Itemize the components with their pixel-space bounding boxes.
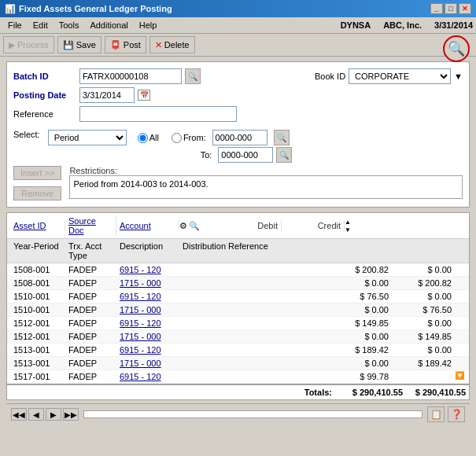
from-value-input[interactable] bbox=[212, 130, 268, 145]
cell-asset-id: 1512-001 bbox=[10, 318, 65, 329]
close-button[interactable]: ✕ bbox=[459, 3, 471, 14]
cell-dist-ref bbox=[179, 264, 321, 275]
nav-last-button[interactable]: ▶▶ bbox=[63, 408, 79, 421]
nav-next-button[interactable]: ▶ bbox=[46, 408, 61, 421]
table-row[interactable]: 1513-001 FADEP 6915 - 120 $ 189.42 $ 0.0… bbox=[7, 344, 469, 357]
table-row[interactable]: 1513-001 FADEP 1715 - 000 $ 0.00 $ 189.4… bbox=[7, 357, 469, 370]
bottom-icons: 📋 ❓ bbox=[427, 406, 465, 422]
remove-button[interactable]: Remove bbox=[13, 186, 61, 200]
to-label: To: bbox=[201, 150, 212, 160]
radio-all-label[interactable]: All bbox=[138, 133, 159, 143]
toolbar: ▶ Process 💾 Save 📮 Post ✕ Delete 🔍 bbox=[0, 34, 476, 57]
cell-debit: $ 99.78 bbox=[321, 371, 392, 382]
delete-button[interactable]: ✕ Delete bbox=[149, 36, 195, 53]
to-search-button[interactable]: 🔍 bbox=[276, 147, 292, 163]
col-header-debit: Debit bbox=[211, 220, 282, 231]
cell-credit: $ 76.50 bbox=[392, 304, 455, 315]
cell-asset-id: 1508-001 bbox=[10, 278, 65, 289]
table-row[interactable]: 1508-001 FADEP 6915 - 120 $ 200.82 $ 0.0… bbox=[7, 263, 469, 277]
cell-debit: $ 149.85 bbox=[321, 318, 392, 329]
radio-from-label[interactable]: From: bbox=[172, 133, 206, 143]
save-button[interactable]: 💾 Save bbox=[57, 36, 101, 53]
menu-help[interactable]: Help bbox=[135, 19, 162, 31]
search-table-icon[interactable]: 🔍 bbox=[189, 221, 200, 231]
cell-account: 6915 - 120 bbox=[116, 264, 179, 275]
from-search-button[interactable]: 🔍 bbox=[274, 130, 290, 145]
menu-file[interactable]: File bbox=[3, 19, 27, 31]
cell-credit: $ 200.82 bbox=[392, 278, 455, 289]
col-header-asset-id[interactable]: Asset ID bbox=[10, 220, 65, 231]
company-code: DYNSA bbox=[341, 20, 371, 30]
reference-input[interactable] bbox=[79, 106, 237, 122]
cell-credit: $ 0.00 bbox=[392, 318, 455, 329]
table-row[interactable]: 1512-001 FADEP 1715 - 000 $ 0.00 $ 149.8… bbox=[7, 330, 469, 344]
menu-additional[interactable]: Additional bbox=[85, 19, 132, 31]
select-dropdown[interactable]: Period Asset Account bbox=[48, 130, 127, 145]
col-header-source-doc[interactable]: Source Doc bbox=[65, 215, 116, 236]
table-totals: Totals: $ 290,410.55 $ 290,410.55 bbox=[7, 384, 469, 399]
calendar-button[interactable]: 📅 bbox=[138, 90, 150, 101]
table-row[interactable]: 1508-001 FADEP 1715 - 000 $ 0.00 $ 200.8… bbox=[7, 277, 469, 290]
cell-account: 1715 - 000 bbox=[116, 358, 179, 369]
title-bar: 📊 Fixed Assets General Ledger Posting _ … bbox=[0, 0, 476, 17]
cell-source-doc: FADEP bbox=[65, 371, 116, 382]
cell-debit: $ 0.00 bbox=[321, 278, 392, 289]
post-icon: 📮 bbox=[110, 40, 121, 50]
cell-source-doc: FADEP bbox=[65, 304, 116, 315]
radio-from[interactable] bbox=[172, 133, 182, 143]
cell-asset-id: 1513-001 bbox=[10, 344, 65, 355]
nav-controls: ◀◀ ◀ ▶ ▶▶ bbox=[11, 408, 79, 421]
cell-debit: $ 189.42 bbox=[321, 344, 392, 355]
cell-account: 6915 - 120 bbox=[116, 318, 179, 329]
to-value-input[interactable] bbox=[218, 147, 273, 163]
select-section: Select: Period Asset Account All From: bbox=[13, 130, 463, 163]
subheader-description: Description bbox=[116, 241, 179, 261]
table-row[interactable]: 1512-001 FADEP 6915 - 120 $ 149.85 $ 0.0… bbox=[7, 317, 469, 330]
window-title: Fixed Assets General Ledger Posting bbox=[19, 4, 172, 13]
menu-edit[interactable]: Edit bbox=[28, 19, 53, 31]
save-icon: 💾 bbox=[63, 40, 74, 50]
cell-dist-ref bbox=[179, 318, 321, 329]
table-header: Asset ID Source Doc Account ⚙ 🔍 Debit Cr… bbox=[7, 213, 469, 239]
cell-account: 6915 - 120 bbox=[116, 344, 179, 355]
bottom-icon-2[interactable]: ❓ bbox=[448, 406, 465, 422]
sort-buttons[interactable]: ▲ ▼ bbox=[345, 219, 356, 234]
main-content: Batch ID 🔍 Book ID CORPORATE ▼ Posting D… bbox=[0, 57, 476, 429]
company-name: ABC, Inc. bbox=[383, 20, 422, 30]
cell-debit: $ 200.82 bbox=[321, 264, 392, 275]
table-row[interactable]: 1517-001 FADEP 6915 - 120 $ 99.78 🔽 bbox=[7, 370, 469, 384]
insert-button[interactable]: Insert >> bbox=[13, 166, 61, 180]
table-row[interactable]: 1510-001 FADEP 1715 - 000 $ 0.00 $ 76.50 bbox=[7, 303, 469, 317]
batch-id-label: Batch ID bbox=[13, 72, 76, 81]
post-button[interactable]: 📮 Post bbox=[105, 36, 146, 53]
help-circle-button[interactable]: 🔍 bbox=[443, 35, 470, 62]
book-id-select[interactable]: CORPORATE bbox=[349, 68, 451, 84]
radio-all[interactable] bbox=[138, 133, 148, 143]
cell-asset-id: 1513-001 bbox=[10, 358, 65, 369]
restrictions-label: Restrictions: bbox=[69, 166, 463, 175]
batch-search-button[interactable]: 🔍 bbox=[185, 68, 201, 84]
bottom-icon-1[interactable]: 📋 bbox=[427, 406, 445, 422]
posting-date-input[interactable] bbox=[79, 87, 135, 103]
maximize-button[interactable]: □ bbox=[445, 3, 457, 14]
to-row: To: 🔍 bbox=[201, 147, 293, 163]
cell-asset-id: 1512-001 bbox=[10, 331, 65, 342]
menu-bar: File Edit Tools Additional Help DYNSA AB… bbox=[0, 17, 476, 34]
cell-source-doc: FADEP bbox=[65, 358, 116, 369]
cell-asset-id: 1508-001 bbox=[10, 264, 65, 275]
subheader-trx-acct: Trx. Acct Type bbox=[65, 241, 116, 261]
table-row[interactable]: 1510-001 FADEP 6915 - 120 $ 76.50 $ 0.00 bbox=[7, 290, 469, 303]
batch-id-input[interactable] bbox=[79, 68, 182, 84]
menu-tools[interactable]: Tools bbox=[54, 19, 84, 31]
process-button[interactable]: ▶ Process bbox=[3, 36, 54, 53]
nav-first-button[interactable]: ◀◀ bbox=[11, 408, 27, 421]
subheader-year-period: Year-Period bbox=[10, 241, 65, 261]
cell-debit: $ 0.00 bbox=[321, 331, 392, 342]
col-header-account[interactable]: Account bbox=[116, 220, 179, 231]
cell-dist-ref bbox=[179, 371, 321, 382]
cell-account: 6915 - 120 bbox=[116, 291, 179, 302]
filter-icon[interactable]: ⚙ bbox=[179, 221, 187, 231]
minimize-button[interactable]: _ bbox=[430, 3, 443, 14]
nav-prev-button[interactable]: ◀ bbox=[28, 408, 44, 421]
cell-source-doc: FADEP bbox=[65, 291, 116, 302]
